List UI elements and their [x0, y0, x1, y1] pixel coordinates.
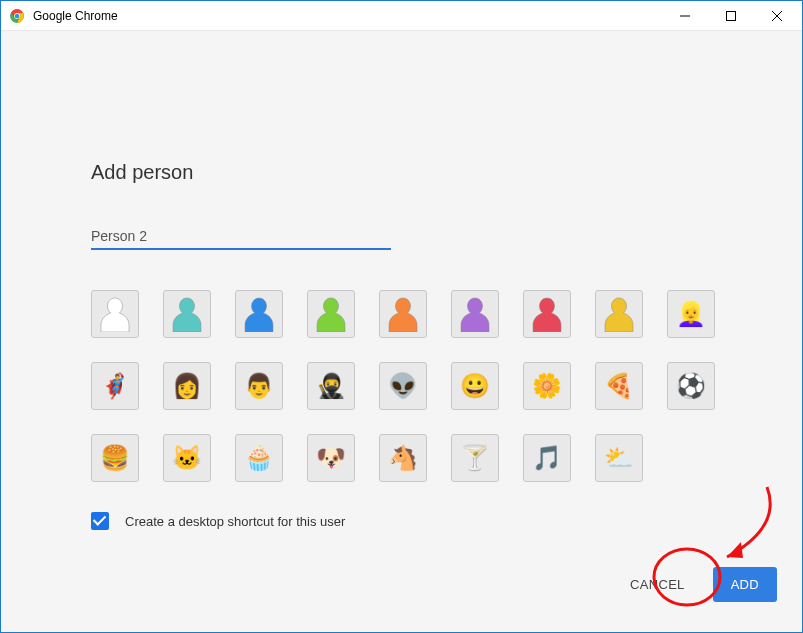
- add-button[interactable]: ADD: [713, 567, 777, 602]
- avatar-option-silhouette-yellow[interactable]: [595, 290, 643, 338]
- titlebar: Google Chrome: [1, 1, 802, 31]
- avatar-option-avatar-soccer[interactable]: ⚽: [667, 362, 715, 410]
- avatar-option-avatar-ninja[interactable]: 🥷: [307, 362, 355, 410]
- avatar-option-silhouette-red[interactable]: [523, 290, 571, 338]
- shortcut-checkbox-row[interactable]: Create a desktop shortcut for this user: [91, 512, 712, 530]
- page-title: Add person: [91, 161, 712, 184]
- cancel-button[interactable]: CANCEL: [626, 569, 689, 600]
- avatar-option-avatar-alien[interactable]: 👽: [379, 362, 427, 410]
- avatar-option-avatar-superhero[interactable]: 🦸‍♂️: [91, 362, 139, 410]
- dialog-body: Add person 👱‍♀️🦸‍♂️👩👨🥷👽😀🌼🍕⚽🍔🐱🧁🐶🐴🍸🎵⛅ Crea…: [1, 31, 802, 632]
- maximize-button[interactable]: [708, 1, 754, 31]
- shortcut-label: Create a desktop shortcut for this user: [125, 514, 345, 529]
- person-name-input[interactable]: [91, 224, 391, 250]
- avatar-option-silhouette-orange[interactable]: [379, 290, 427, 338]
- avatar-option-avatar-dog[interactable]: 🐶: [307, 434, 355, 482]
- svg-rect-0: [727, 11, 736, 20]
- avatar-option-avatar-cupcake[interactable]: 🧁: [235, 434, 283, 482]
- avatar-grid: 👱‍♀️🦸‍♂️👩👨🥷👽😀🌼🍕⚽🍔🐱🧁🐶🐴🍸🎵⛅: [91, 290, 712, 482]
- avatar-option-silhouette-blue[interactable]: [235, 290, 283, 338]
- minimize-button[interactable]: [662, 1, 708, 31]
- avatar-option-avatar-burger[interactable]: 🍔: [91, 434, 139, 482]
- chrome-logo-icon: [9, 8, 25, 24]
- avatar-option-avatar-cat[interactable]: 🐱: [163, 434, 211, 482]
- avatar-option-avatar-cocktail[interactable]: 🍸: [451, 434, 499, 482]
- avatar-option-avatar-pizza[interactable]: 🍕: [595, 362, 643, 410]
- avatar-option-avatar-smiley[interactable]: 😀: [451, 362, 499, 410]
- dialog-footer: CANCEL ADD: [1, 567, 802, 632]
- avatar-option-avatar-woman-blonde[interactable]: 👱‍♀️: [667, 290, 715, 338]
- window-controls: [662, 1, 800, 31]
- avatar-option-silhouette-teal[interactable]: [163, 290, 211, 338]
- avatar-option-avatar-music-note[interactable]: 🎵: [523, 434, 571, 482]
- avatar-option-avatar-sun-cloud[interactable]: ⛅: [595, 434, 643, 482]
- avatar-option-avatar-woman-sunglasses[interactable]: 👩: [163, 362, 211, 410]
- avatar-option-silhouette-green[interactable]: [307, 290, 355, 338]
- close-button[interactable]: [754, 1, 800, 31]
- window-title: Google Chrome: [33, 9, 662, 23]
- avatar-option-avatar-flower[interactable]: 🌼: [523, 362, 571, 410]
- shortcut-checkbox[interactable]: [91, 512, 109, 530]
- avatar-option-avatar-horse[interactable]: 🐴: [379, 434, 427, 482]
- avatar-option-silhouette-white[interactable]: [91, 290, 139, 338]
- avatar-option-avatar-man[interactable]: 👨: [235, 362, 283, 410]
- avatar-option-silhouette-purple[interactable]: [451, 290, 499, 338]
